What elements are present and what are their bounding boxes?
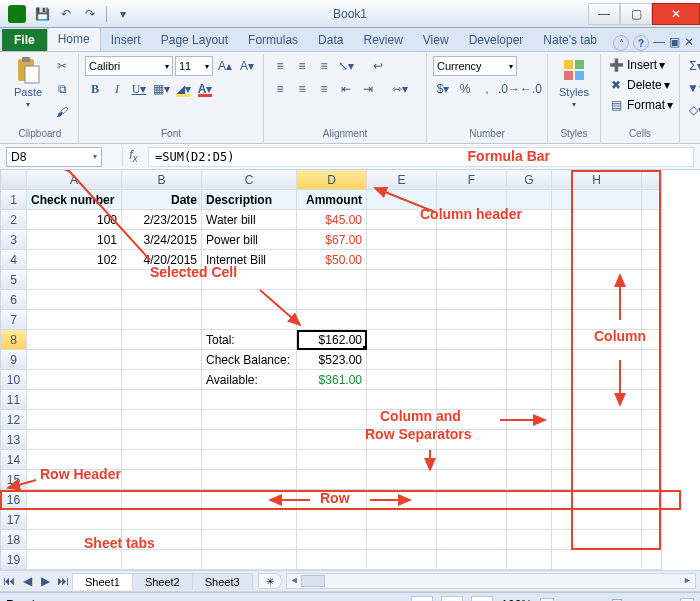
row-header-11[interactable]: 11 <box>1 390 27 410</box>
help-button[interactable]: ? <box>633 35 649 51</box>
cell-A14[interactable] <box>27 450 122 470</box>
cell-D1[interactable]: Ammount <box>297 190 367 210</box>
increase-decimal-button[interactable]: .0→ <box>499 79 519 99</box>
cell-E7[interactable] <box>367 310 437 330</box>
cell-A19[interactable] <box>27 550 122 570</box>
cell-B3[interactable]: 3/24/2015 <box>122 230 202 250</box>
cell-G10[interactable] <box>507 370 552 390</box>
font-size-select[interactable]: 11▾ <box>175 56 213 76</box>
cell-edge-2[interactable] <box>642 210 662 230</box>
row-header-13[interactable]: 13 <box>1 430 27 450</box>
cell-A18[interactable] <box>27 530 122 550</box>
cell-F19[interactable] <box>437 550 507 570</box>
cell-G17[interactable] <box>507 510 552 530</box>
cell-A8[interactable] <box>27 330 122 350</box>
cell-G5[interactable] <box>507 270 552 290</box>
cell-D11[interactable] <box>297 390 367 410</box>
cell-E16[interactable] <box>367 490 437 510</box>
styles-button[interactable]: Styles ▾ <box>554 56 594 109</box>
cell-C10[interactable]: Available: <box>202 370 297 390</box>
row-header-3[interactable]: 3 <box>1 230 27 250</box>
copy-button[interactable]: ⧉ <box>52 79 72 99</box>
col-header-edge[interactable] <box>642 170 662 190</box>
cell-E18[interactable] <box>367 530 437 550</box>
cell-A5[interactable] <box>27 270 122 290</box>
cell-E10[interactable] <box>367 370 437 390</box>
minimize-button[interactable]: — <box>588 3 620 25</box>
tab-page-layout[interactable]: Page Layout <box>151 29 238 51</box>
cell-D10[interactable]: $361.00 <box>297 370 367 390</box>
view-page-layout-button[interactable] <box>441 596 463 602</box>
cell-edge-9[interactable] <box>642 350 662 370</box>
cell-E19[interactable] <box>367 550 437 570</box>
cell-edge-5[interactable] <box>642 270 662 290</box>
tab-view[interactable]: View <box>413 29 459 51</box>
cell-G14[interactable] <box>507 450 552 470</box>
cell-F4[interactable] <box>437 250 507 270</box>
cell-edge-16[interactable] <box>642 490 662 510</box>
fx-button[interactable]: fx <box>122 147 144 167</box>
name-box[interactable]: D8▾ <box>6 147 102 167</box>
align-bottom-button[interactable]: ≡ <box>314 56 334 76</box>
cell-C15[interactable] <box>202 470 297 490</box>
cell-A10[interactable] <box>27 370 122 390</box>
accounting-button[interactable]: $▾ <box>433 79 453 99</box>
cell-edge-10[interactable] <box>642 370 662 390</box>
row-header-19[interactable]: 19 <box>1 550 27 570</box>
row-header-17[interactable]: 17 <box>1 510 27 530</box>
cell-A7[interactable] <box>27 310 122 330</box>
decrease-decimal-button[interactable]: ←.0 <box>521 79 541 99</box>
cell-B19[interactable] <box>122 550 202 570</box>
cell-H19[interactable] <box>552 550 642 570</box>
comma-button[interactable]: , <box>477 79 497 99</box>
col-header-C[interactable]: C <box>202 170 297 190</box>
cell-F15[interactable] <box>437 470 507 490</box>
sheet-nav-first[interactable]: ⏮ <box>0 572 18 590</box>
italic-button[interactable]: I <box>107 79 127 99</box>
cell-E17[interactable] <box>367 510 437 530</box>
tab-review[interactable]: Review <box>353 29 412 51</box>
cell-G16[interactable] <box>507 490 552 510</box>
tab-developer[interactable]: Developer <box>459 29 534 51</box>
cell-C17[interactable] <box>202 510 297 530</box>
cell-E8[interactable] <box>367 330 437 350</box>
cell-H1[interactable] <box>552 190 642 210</box>
file-tab[interactable]: File <box>2 29 47 51</box>
cut-button[interactable]: ✂ <box>52 56 72 76</box>
cell-F12[interactable] <box>437 410 507 430</box>
cell-F11[interactable] <box>437 390 507 410</box>
cell-H15[interactable] <box>552 470 642 490</box>
cell-B17[interactable] <box>122 510 202 530</box>
cell-F17[interactable] <box>437 510 507 530</box>
cell-A13[interactable] <box>27 430 122 450</box>
wrap-text-button[interactable]: ↩ <box>358 56 398 76</box>
cell-D5[interactable] <box>297 270 367 290</box>
cell-G9[interactable] <box>507 350 552 370</box>
cell-edge-11[interactable] <box>642 390 662 410</box>
cell-C8[interactable]: Total: <box>202 330 297 350</box>
cell-H14[interactable] <box>552 450 642 470</box>
cell-H3[interactable] <box>552 230 642 250</box>
cell-H2[interactable] <box>552 210 642 230</box>
cell-F7[interactable] <box>437 310 507 330</box>
cell-D2[interactable]: $45.00 <box>297 210 367 230</box>
sheet-nav-prev[interactable]: ◀ <box>18 572 36 590</box>
row-header-10[interactable]: 10 <box>1 370 27 390</box>
delete-cells-button[interactable]: ✖Delete▾ <box>607 76 670 94</box>
cell-E13[interactable] <box>367 430 437 450</box>
cell-B16[interactable] <box>122 490 202 510</box>
row-header-4[interactable]: 4 <box>1 250 27 270</box>
col-header-H[interactable]: H <box>552 170 642 190</box>
align-top-button[interactable]: ≡ <box>270 56 290 76</box>
cell-A17[interactable] <box>27 510 122 530</box>
cell-B18[interactable] <box>122 530 202 550</box>
cell-D6[interactable] <box>297 290 367 310</box>
sheet-tab-2[interactable]: Sheet2 <box>132 573 193 590</box>
cell-C3[interactable]: Power bill <box>202 230 297 250</box>
sheet-tab-1[interactable]: Sheet1 <box>72 573 133 590</box>
clear-button[interactable]: ◇▾ <box>686 100 700 120</box>
new-sheet-button[interactable]: ✳ <box>258 573 282 589</box>
zoom-out-button[interactable]: − <box>540 598 554 602</box>
row-header-7[interactable]: 7 <box>1 310 27 330</box>
align-right-button[interactable]: ≡ <box>314 79 334 99</box>
